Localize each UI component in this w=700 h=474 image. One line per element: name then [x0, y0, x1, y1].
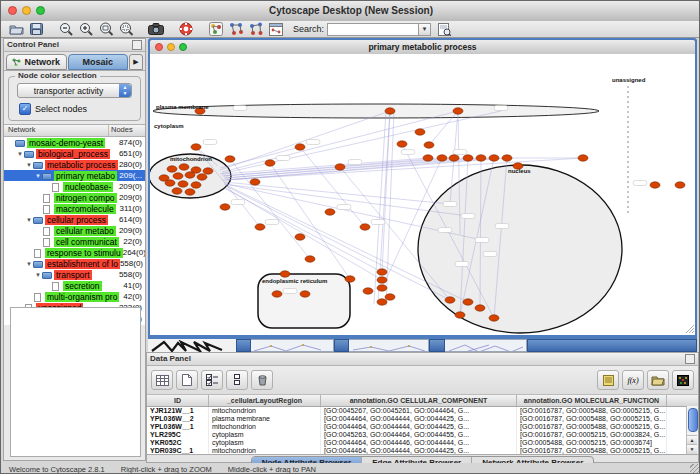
scroll-down-arrow[interactable]: ▼	[687, 444, 697, 454]
table-row[interactable]: YPL036W__2plasma membrane[GO:0044464, GO…	[147, 415, 698, 423]
import-attributes-icon[interactable]	[647, 370, 669, 390]
table-column-header[interactable]: annotation.GO MOLECULAR_FUNCTION	[517, 395, 667, 406]
tree-row[interactable]: ▼biological_process651(0)	[4, 148, 145, 159]
status-bar: Welcome to Cytoscape 2.8.1 Right-click +…	[1, 463, 700, 474]
tree-row[interactable]: macromolecule311(0)	[4, 203, 145, 214]
attribute-pair-icon[interactable]	[226, 370, 248, 390]
minimized-window[interactable]	[349, 339, 429, 352]
tree-row[interactable]: ▼primary metabo209(...	[4, 170, 145, 181]
table-row[interactable]: YDR039C__1mitochondrion[GO:0044464, GO:0…	[147, 447, 698, 455]
network-canvas[interactable]: plasma membranecytoplasmmitochondrionnuc…	[150, 54, 695, 335]
tree-row-label: nitrogen compo	[54, 193, 117, 203]
vizmapper-icon[interactable]	[207, 22, 225, 37]
notepad-icon[interactable]	[597, 370, 619, 390]
table-scrollbar[interactable]: ▲ ▼	[686, 406, 698, 454]
table-column-header[interactable]: _cellularLayoutRegion	[209, 395, 321, 406]
create-attribute-icon[interactable]	[176, 370, 198, 390]
birdseye-view[interactable]	[10, 307, 141, 457]
disclosure-triangle-icon[interactable]: ▼	[25, 261, 33, 267]
minimized-window-titlebar[interactable]	[236, 339, 251, 352]
select-nodes-checkbox[interactable]: ✓	[19, 103, 31, 115]
zoom-in-icon[interactable]	[77, 22, 95, 37]
minimized-window[interactable]	[445, 339, 527, 352]
minimized-window[interactable]	[251, 339, 334, 352]
search-options-icon[interactable]	[435, 22, 453, 37]
zoom-selected-icon[interactable]	[117, 22, 135, 37]
network-window-titlebar[interactable]: primary metabolic process	[150, 40, 695, 54]
table-cell: YLR295C	[147, 431, 209, 439]
search-dropdown-arrow[interactable]: ▼	[419, 23, 431, 36]
search-label: Search:	[293, 24, 324, 34]
tree-row[interactable]: nitrogen compo209(0)	[4, 192, 145, 203]
network-window-icon[interactable]	[267, 22, 285, 37]
formula-icon[interactable]: f(x)	[622, 370, 644, 390]
zoom-out-icon[interactable]	[57, 22, 75, 37]
tree-row-node-count: 614(0)	[119, 215, 145, 224]
disclosure-triangle-icon[interactable]: ▼	[34, 272, 42, 278]
tree-row-label: cellular process	[45, 215, 108, 225]
table-cell: [GO:0016787, GO:0005488, GO:0005215, G..…	[517, 447, 667, 455]
delete-attribute-icon[interactable]	[251, 370, 273, 390]
minimized-window-titlebar[interactable]	[527, 339, 697, 352]
select-attributes-icon[interactable]	[151, 370, 173, 390]
status-hint-zoom: Right-click + drag to ZOOM	[121, 465, 212, 474]
tab-mosaic[interactable]: Mosaic	[68, 54, 129, 70]
tree-row[interactable]: cell communicat22(0)	[4, 236, 145, 247]
network-thumbnail[interactable]	[148, 339, 236, 352]
resize-grip[interactable]	[690, 464, 700, 474]
table-cell: [GO:0044464, GO:0044446, GO:0044444, G..…	[321, 439, 517, 447]
matrix-icon[interactable]	[672, 370, 694, 390]
table-cell: cytoplasm	[209, 431, 321, 439]
float-panel-icon[interactable]	[685, 354, 695, 364]
tree-row[interactable]: multi-organism pro42(0)	[4, 291, 145, 302]
data-panel: Data Panel f(x)	[146, 352, 699, 463]
tree-column-nodes[interactable]: Nodes	[109, 125, 145, 136]
tree-row-label: cell communicat	[54, 237, 119, 247]
tree-row[interactable]: ▼transport558(0)	[4, 269, 145, 280]
table-row[interactable]: YPL036W__1mitochondrion[GO:0044464, GO:0…	[147, 423, 698, 431]
minimized-window-titlebar[interactable]	[429, 339, 445, 352]
tree-row[interactable]: ▼cellular process614(0)	[4, 214, 145, 225]
disclosure-triangle-icon[interactable]: ▼	[34, 173, 42, 179]
tree-row[interactable]: nucleobase-209(0)	[4, 181, 145, 192]
scrollbar-thumb[interactable]	[688, 408, 698, 432]
edit-network-alt-icon[interactable]	[247, 22, 265, 37]
search-input[interactable]	[327, 23, 419, 36]
node-color-dropdown[interactable]: transporter activity ▲▼	[17, 83, 132, 98]
save-session-icon[interactable]	[27, 22, 45, 37]
tree-row-node-count: 209(0)	[119, 226, 145, 235]
table-row[interactable]: YLR295Ccytoplasm[GO:0045263, GO:0044464,…	[147, 431, 698, 439]
table-column-header[interactable]: ID	[147, 395, 209, 406]
disclosure-triangle-icon[interactable]: ▼	[25, 162, 33, 168]
open-file-icon[interactable]	[7, 22, 25, 37]
tab-network[interactable]: Network	[6, 54, 67, 70]
window-titlebar[interactable]: Cytoscape Desktop (New Session)	[1, 1, 700, 22]
tree-row[interactable]: cellular metabo209(0)	[4, 225, 145, 236]
disclosure-triangle-icon[interactable]: ▼	[25, 217, 33, 223]
float-panel-icon[interactable]	[132, 40, 142, 50]
tree-row[interactable]: secretion41(0)	[4, 280, 145, 291]
edit-network-icon[interactable]	[227, 22, 245, 37]
tree-row[interactable]: response to stimulu264(0)	[4, 247, 145, 258]
minimized-window-titlebar[interactable]	[334, 339, 349, 352]
table-cell: [GO:0044464, GO:0044444, GO:0044425, G..…	[321, 423, 517, 431]
tree-column-network[interactable]: Network	[4, 125, 109, 136]
network-tab-icon	[12, 58, 21, 66]
snapshot-camera-icon[interactable]	[147, 22, 165, 37]
tree-row[interactable]: ▼metabolic process280(0)	[4, 159, 145, 170]
help-lifesaver-icon[interactable]	[177, 22, 195, 37]
table-cell: [GO:0016787, GO:0005488, GO:0005215, G..…	[517, 423, 667, 431]
table-column-header[interactable]: annotation.GO CELLULAR_COMPONENT	[321, 395, 517, 406]
status-hint-pan: Middle-click + drag to PAN	[228, 465, 316, 474]
status-message: Welcome to Cytoscape 2.8.1	[9, 465, 105, 474]
disclosure-triangle-icon[interactable]: ▼	[16, 151, 24, 157]
zoom-fit-icon[interactable]	[97, 22, 115, 37]
table-cell: mitochondrion	[209, 447, 321, 455]
tab-overflow-arrow[interactable]: ▶	[129, 54, 143, 70]
table-row[interactable]: YKR052Ccytoplasm[GO:0044464, GO:0044446,…	[147, 439, 698, 447]
table-row[interactable]: YJR121W__1mitochondrion[GO:0045267, GO:0…	[147, 407, 698, 415]
folder-icon	[33, 216, 44, 224]
attribute-checklist-icon[interactable]	[201, 370, 223, 390]
tree-row[interactable]: mosaic-demo-yeast874(0)	[4, 137, 145, 148]
tree-row[interactable]: ▼establishment of lo558(0)	[4, 258, 145, 269]
